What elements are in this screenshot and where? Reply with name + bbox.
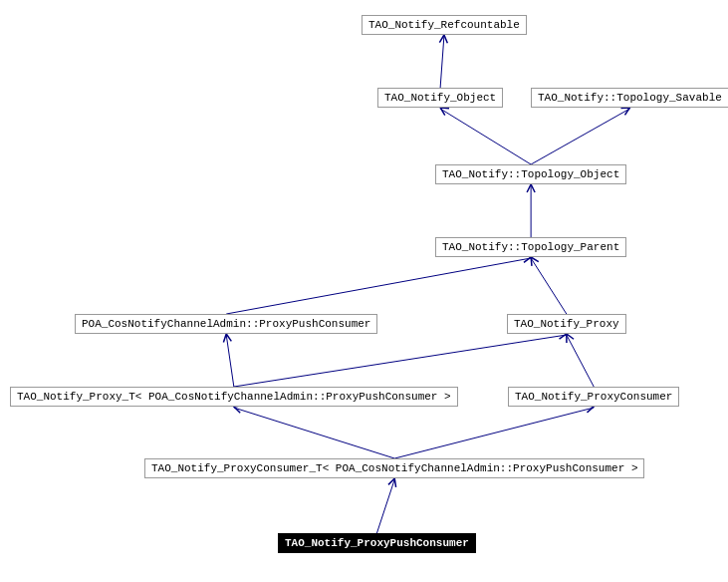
node-refcountable: TAO_Notify_Refcountable <box>362 15 527 35</box>
svg-line-5 <box>531 258 567 314</box>
node-poa_proxy_push: POA_CosNotifyChannelAdmin::ProxyPushCons… <box>75 314 377 334</box>
svg-line-1 <box>440 36 444 88</box>
svg-line-12 <box>376 479 394 533</box>
node-topology_savable: TAO_Notify::Topology_Savable <box>531 88 728 108</box>
node-proxy_consumer_t: TAO_Notify_ProxyConsumer_T< POA_CosNotif… <box>144 458 644 478</box>
svg-line-6 <box>226 258 531 314</box>
node-topology_parent: TAO_Notify::Topology_Parent <box>435 237 626 257</box>
svg-line-9 <box>567 335 594 387</box>
svg-line-2 <box>440 109 531 164</box>
node-proxy_consumer: TAO_Notify_ProxyConsumer <box>508 387 679 407</box>
node-topology_object: TAO_Notify::Topology_Object <box>435 164 626 184</box>
svg-line-8 <box>234 335 567 387</box>
node-object: TAO_Notify_Object <box>377 88 503 108</box>
svg-line-10 <box>234 408 394 458</box>
node-proxy_t: TAO_Notify_Proxy_T< POA_CosNotifyChannel… <box>10 387 458 407</box>
diagram-container: TAO_Notify_RefcountableTAO_Notify_Object… <box>0 0 728 582</box>
svg-line-11 <box>394 408 594 458</box>
svg-line-7 <box>226 335 234 387</box>
node-proxy_push_consumer: TAO_Notify_ProxyPushConsumer <box>278 533 476 553</box>
svg-line-3 <box>531 109 629 164</box>
node-tao_notify_proxy: TAO_Notify_Proxy <box>507 314 626 334</box>
